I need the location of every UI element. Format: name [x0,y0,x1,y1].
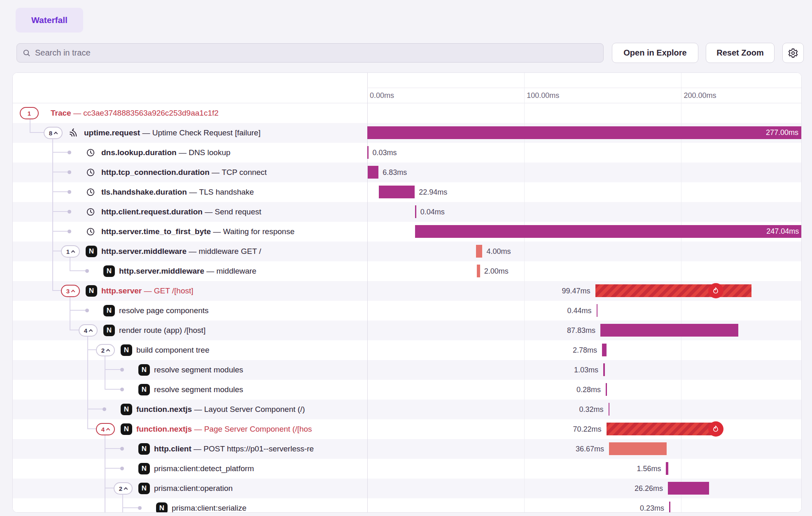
settings-button[interactable] [782,43,804,63]
tree-connector-line [122,498,123,512]
span-label: http.tcp_connection.duration — TCP conne… [101,163,267,182]
span-duration-bar[interactable] [602,344,607,356]
span-row[interactable]: 8uptime.request — Uptime Check Request [… [13,123,801,143]
span-tree-cell: Nresolve segment modules [13,380,367,400]
span-duration-bar[interactable] [476,245,482,258]
span-duration-bar[interactable] [367,146,369,159]
tree-connector-stub [53,152,68,153]
search-bar[interactable] [16,43,604,63]
expand-badge[interactable]: 3 [61,285,80,297]
span-row[interactable]: 4Nrender route (app) /[host]87.83ms [13,321,801,340]
span-row[interactable]: http.tcp_connection.duration — TCP conne… [13,163,801,182]
span-row[interactable]: dns.lookup.duration — DNS lookup0.03ms [13,143,801,163]
open-in-explore-button[interactable]: Open in Explore [612,43,698,63]
tree-connector-stub [70,310,85,311]
span-row[interactable]: 1Trace — cc3ae3748883563a926c253d9aa1c1f… [13,103,801,123]
expand-badge-count: 3 [66,288,70,295]
span-row[interactable]: http.client.request.duration — Send requ… [13,202,801,222]
span-duration-bar[interactable] [477,265,480,277]
expand-badge[interactable]: 4 [79,324,98,337]
span-label: prisma:client:operation [154,479,233,498]
span-duration-bar[interactable] [368,166,378,179]
span-duration-bar[interactable] [606,383,607,396]
expand-badge-count: 2 [119,485,122,492]
tree-connector-line [87,400,88,419]
span-duration-label: 6.83ms [383,163,407,182]
span-row[interactable]: Nprisma:client:serialize0.23ms [13,498,801,512]
span-row[interactable]: Nresolve page components0.44ms [13,301,801,321]
span-tree-cell: 4Nfunction.nextjs — Page Server Componen… [13,419,367,439]
span-row[interactable]: Nresolve segment modules1.03ms [13,360,801,380]
tree-leaf-dot [120,447,124,451]
span-tree-cell: http.tcp_connection.duration — TCP conne… [13,163,367,182]
span-row[interactable]: 1Nhttp.server.middleware — middleware GE… [13,242,801,261]
expand-badge[interactable]: 4 [96,423,115,435]
span-row[interactable]: Nhttp.server.middleware — middleware2.00… [13,261,801,281]
trace-panel: 0.00ms100.00ms200.00ms 1Trace — cc3ae374… [12,72,802,513]
nextjs-icon: N [156,502,168,512]
tree-leaf-dot [68,230,71,233]
tree-leaf-dot [68,170,71,174]
span-duration-bar[interactable] [609,403,610,416]
span-op: http.server.middleware [101,247,187,256]
span-description: — middleware GET / [187,247,261,256]
span-duration-bar[interactable] [666,462,668,475]
span-duration-bar[interactable] [595,284,751,297]
span-duration-label: 99.47ms [562,281,590,301]
search-input[interactable] [35,48,597,58]
expand-badge[interactable]: 2 [114,482,133,495]
span-duration-bar[interactable] [600,324,738,337]
tree-leaf-dot [68,151,71,154]
expand-badge-count: 8 [49,130,52,137]
tab-waterfall[interactable]: Waterfall [16,8,83,33]
span-row[interactable]: 2Nbuild component tree2.78ms [13,340,801,360]
span-label: tls.handshake.duration — TLS handshake [101,182,254,202]
span-row[interactable]: Nprisma:client:detect_platform1.56ms [13,459,801,479]
tree-connector-line [70,297,70,301]
span-tree-cell: 2Nprisma:client:operation [13,479,367,498]
expand-badge[interactable]: 2 [96,344,115,356]
tree-connector-stub [105,468,120,469]
span-duration-bar[interactable] [607,423,717,435]
duration-clock-icon [86,187,96,199]
span-duration-label: 1.56ms [637,459,661,479]
sentry-icon [68,128,79,139]
span-duration-label: 26.26ms [635,479,663,498]
span-tree-cell: Nresolve page components [13,301,367,321]
span-tree-cell: 8uptime.request — Uptime Check Request [… [13,123,367,143]
span-duration-bar[interactable] [669,502,670,512]
span-duration-bar[interactable] [609,442,667,455]
expand-badge[interactable]: 8 [44,127,63,139]
span-op: dns.lookup.duration [101,148,177,157]
tree-leaf-dot [120,388,124,391]
span-duration-bar[interactable] [603,363,605,376]
panel-divider [367,73,368,103]
tree-connector-stub [53,211,68,212]
expand-badge[interactable]: 1 [20,107,39,119]
span-duration-bar[interactable] [668,482,709,495]
reset-zoom-button[interactable]: Reset Zoom [706,43,775,63]
span-row[interactable]: Nhttp.client — POST https://p01--serverl… [13,439,801,459]
span-row[interactable]: 2Nprisma:client:operation26.26ms [13,479,801,498]
span-row[interactable]: http.server.time_to_first_byte — Waiting… [13,222,801,242]
span-duration-bar[interactable] [379,186,415,198]
nextjs-icon: N [138,384,150,395]
span-row[interactable]: 4Nfunction.nextjs — Page Server Componen… [13,419,801,439]
span-op: uptime.request [84,128,140,137]
span-tree-cell: Nresolve segment modules [13,360,367,380]
tree-connector-line [52,139,53,143]
tree-connector-stub [53,290,62,291]
span-duration-bar[interactable] [415,205,416,218]
span-row[interactable]: Nfunction.nextjs — Layout Server Compone… [13,400,801,419]
span-duration-bar[interactable] [597,304,598,317]
tree-connector-line [87,380,88,400]
span-row[interactable]: 3Nhttp.server — GET /[host]99.47ms [13,281,801,301]
span-tree-cell: Nhttp.client — POST https://p01--serverl… [13,439,367,459]
nextjs-icon: N [121,404,132,415]
span-row[interactable]: tls.handshake.duration — TLS handshake22… [13,182,801,202]
span-tree-cell: 1Nhttp.server.middleware — middleware GE… [13,242,367,261]
expand-badge[interactable]: 1 [61,245,80,258]
span-row[interactable]: Nresolve segment modules0.28ms [13,380,801,400]
span-description: — DNS lookup [177,148,231,157]
tree-connector-line [70,261,70,271]
